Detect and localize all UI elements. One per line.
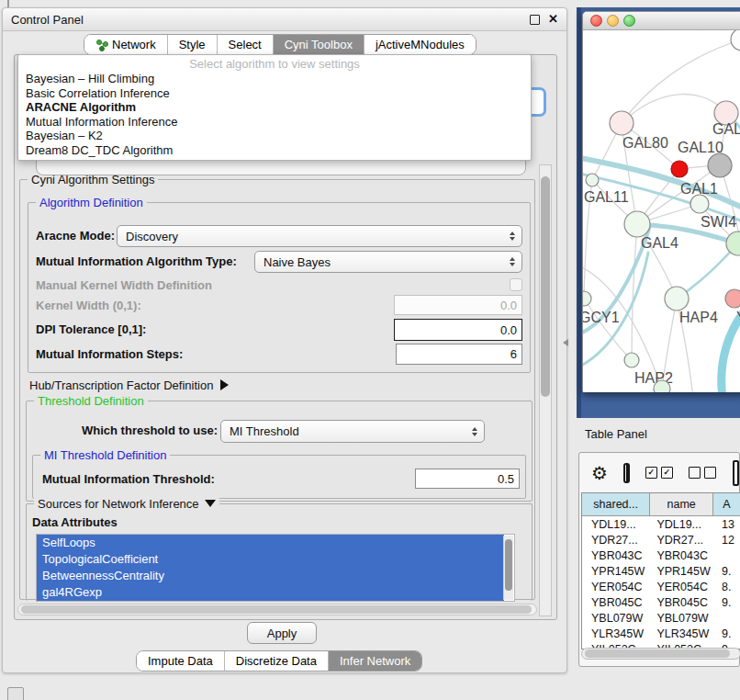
column-header-shared-name[interactable]: shared... [582,493,650,515]
kernel-width-input[interactable]: 0.0 [394,295,522,315]
minimize-traffic-light-icon[interactable] [607,15,619,27]
columns-icon[interactable] [623,463,630,483]
tab-label: Cyni Toolbox [285,38,353,51]
data-attribute-item[interactable]: TopologicalCoefficient [37,551,504,568]
table-scrollbar-thumb[interactable] [585,649,730,658]
network-node-gal11[interactable] [586,174,599,186]
hub-definition-expander[interactable]: Hub/Transcription Factor Definition [29,378,229,392]
table-row[interactable]: YBR045CYBR045C9. [582,594,740,610]
network-node-y[interactable] [725,289,740,308]
close-icon[interactable]: ✕ [548,15,558,24]
sources-expander[interactable]: Sources for Network Inference [34,497,219,511]
table-row[interactable]: YLR345WYLR345W9. [582,626,740,641]
settings-vertical-scrollbar[interactable] [539,164,552,616]
list-scrollbar-thumb[interactable] [505,539,512,591]
settings-horizontal-scrollbar[interactable] [17,604,537,615]
network-node[interactable] [671,161,688,177]
close-traffic-light-icon[interactable] [590,15,602,27]
table-cell: YBR045C [650,596,713,609]
algorithm-option[interactable]: Bayesian – K2 [18,129,531,143]
table-row[interactable]: YER054CYER054C8. [582,579,740,594]
data-attributes-label: Data Attributes [32,515,118,529]
manual-kernel-checkbox[interactable] [510,278,522,291]
tab-cyni-toolbox[interactable]: Cyni Toolbox [274,35,364,54]
table-cell: YLR345W [650,627,713,640]
column-header-name[interactable]: name [650,493,713,515]
data-attribute-item[interactable]: BetweennessCentrality [37,568,504,584]
data-attribute-item[interactable]: SelfLoops [37,535,504,551]
chevron-right-icon [220,379,229,390]
table-row[interactable]: YBR043CYBR043C [582,548,740,563]
network-node-gcy1[interactable] [583,291,591,306]
tab-style[interactable]: Style [168,35,218,54]
network-node-hap4[interactable] [665,287,689,310]
deselect-all-icon[interactable] [689,467,716,479]
data-attributes-list[interactable]: SelfLoopsTopologicalCoefficientBetweenne… [36,534,515,602]
apply-button[interactable]: Apply [247,622,317,644]
network-node[interactable] [654,380,670,392]
table-row[interactable]: YPR145WYPR145W9. [582,563,740,579]
algorithm-option[interactable]: ARACNE Algorithm [18,100,531,115]
horizontal-scrollbar-thumb[interactable] [21,605,532,614]
aracne-mode-value: Discovery [126,230,510,243]
tab-discretize-data[interactable]: Discretize Data [225,651,329,671]
algorithm-option[interactable]: Bayesian – Hill Climbing [18,72,531,86]
dpi-tolerance-input[interactable]: 0.0 [394,319,522,341]
tab-jactivemnodules[interactable]: jActiveMNodules [364,35,476,54]
algorithm-option[interactable]: Basic Correlation Inference [18,86,531,101]
table-row[interactable]: YDL19...YDL19...13 [582,516,740,532]
algorithm-definition-title: Algorithm Definition [36,196,147,209]
network-node-gal80[interactable] [610,111,633,135]
aracne-mode-select[interactable]: Discovery [117,225,522,247]
network-canvas[interactable]: GALGAL80GAL10GAL1GAL11SWI4GAL4GCY1HAP4YH… [583,30,740,392]
network-tab-icon [95,39,107,51]
sources-group: Sources for Network Inference Data Attri… [26,503,533,601]
tab-label: Discretize Data [236,654,317,668]
tab-network[interactable]: Network [84,35,168,54]
float-window-icon[interactable] [530,15,540,25]
data-attribute-item[interactable]: gal4RGexp [37,584,504,601]
mi-steps-input[interactable]: 6 [396,344,522,365]
vertical-scrollbar-thumb[interactable] [541,176,550,397]
cyni-bottom-tabs: Impute Data Discretize Data Infer Networ… [136,650,422,672]
list-scrollbar[interactable] [503,536,513,600]
table-horizontal-scrollbar[interactable] [581,648,740,660]
mi-threshold-input[interactable]: 0.5 [415,469,520,489]
tab-select[interactable]: Select [218,35,274,54]
network-node[interactable] [731,30,740,51]
control-panel-title: Control Panel [11,13,84,27]
control-panel: Control Panel ✕ Network Style Select Cyn… [2,7,567,673]
network-graph: GALGAL80GAL10GAL1GAL11SWI4GAL4GCY1HAP4YH… [583,30,740,392]
table-cell: 9. [713,565,740,578]
mi-threshold-label: Mutual Information Threshold: [42,472,215,486]
tab-infer-network[interactable]: Infer Network [329,651,421,671]
export-table-icon[interactable] [733,460,739,486]
table-row[interactable]: YDR27...YDR27...12 [582,532,740,548]
tab-impute-data[interactable]: Impute Data [137,651,225,671]
mi-type-select[interactable]: Naive Bayes [254,251,522,273]
collapsed-panel-button[interactable] [7,687,24,700]
table-cell: YPR145W [582,565,650,578]
network-node-gal10[interactable] [708,153,732,177]
table-header-row: shared... name A [582,493,740,516]
tab-label: Style [179,38,206,51]
table-row[interactable]: YBL079WYBL079W [582,610,740,626]
column-header-partial[interactable]: A [713,493,740,515]
panel-divider-handle[interactable] [563,339,568,346]
node-label-hap4: HAP4 [679,310,718,325]
algorithm-definition-group: Algorithm Definition Aracne Mode: Discov… [28,202,531,373]
table-toolbar: ⚙ ✓✓ [579,453,739,492]
network-node-gal1[interactable] [690,195,709,213]
algorithm-option[interactable]: Dream8 DC_TDC Algorithm [18,143,531,158]
zoom-traffic-light-icon[interactable] [623,15,635,27]
table-cell: YBR043C [582,549,650,562]
select-all-icon[interactable]: ✓✓ [645,467,673,479]
algorithm-option[interactable]: Mutual Information Inference [18,115,531,130]
network-node-hap2[interactable] [624,353,639,367]
network-node-gal4[interactable] [624,211,650,237]
table-cell: YBR043C [650,549,713,562]
tab-label: Infer Network [340,654,410,668]
network-node-swi4[interactable] [726,231,740,255]
which-threshold-select[interactable]: MI Threshold [220,420,485,443]
gear-icon[interactable]: ⚙ [591,464,608,482]
